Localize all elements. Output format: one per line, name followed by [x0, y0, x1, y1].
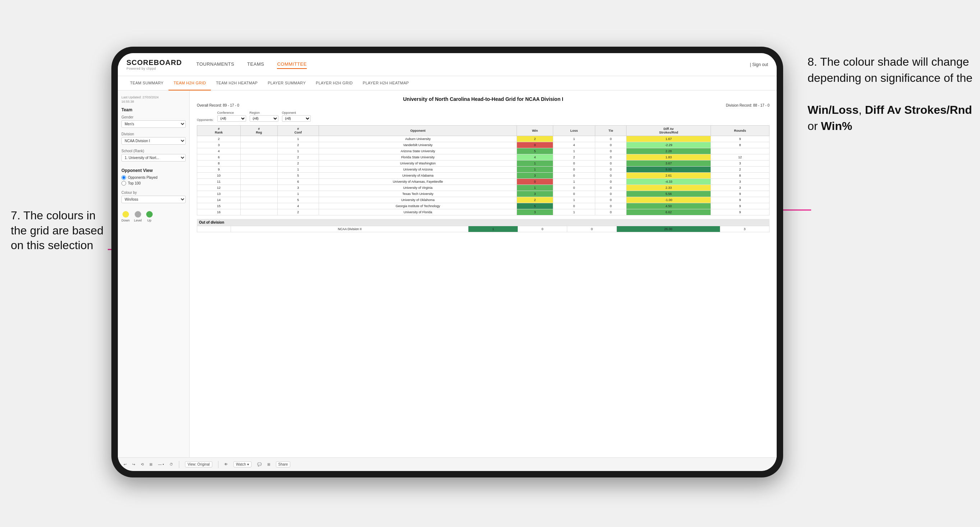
col-opponent: Opponent: [319, 125, 517, 136]
ood-tie: 0: [567, 226, 616, 232]
cell-win: 3: [517, 209, 553, 215]
col-diff: Diff AvStrokes/Rnd: [627, 125, 711, 136]
cell-conf: 2: [277, 209, 319, 215]
tab-player-summary[interactable]: PLAYER SUMMARY: [262, 76, 311, 90]
app-header: SCOREBOARD Powered by clippd TOURNAMENTS…: [118, 53, 777, 76]
cell-opponent: Texas Tech University: [319, 191, 517, 197]
col-reg: #Reg: [240, 125, 277, 136]
sign-out[interactable]: | Sign out: [750, 62, 768, 67]
table-row: 14 5 University of Oklahoma 2 1 0 -1.00 …: [197, 197, 770, 203]
cell-diff: 4.50: [627, 203, 711, 209]
gender-select[interactable]: Men's: [121, 120, 186, 128]
ood-division: NCAA Division II: [231, 226, 468, 232]
table-row: 8 2 University of Washington 1 0 0 3.67 …: [197, 160, 770, 167]
tab-team-h2h-heatmap[interactable]: TEAM H2H HEATMAP: [211, 76, 262, 90]
toolbar-grid-icon[interactable]: ⊞: [267, 462, 270, 466]
nav-teams[interactable]: TEAMS: [247, 60, 264, 69]
toolbar-comment-icon[interactable]: 💬: [257, 462, 261, 466]
colour-by-select[interactable]: Win/loss Diff Av Strokes/Rnd Win%: [121, 196, 186, 203]
cell-loss: 0: [553, 185, 595, 191]
cell-diff: 1.67: [627, 136, 711, 142]
radio-top-100[interactable]: Top 100: [121, 181, 186, 186]
cell-opponent: Vanderbilt University: [319, 142, 517, 148]
cell-rank: 2: [197, 136, 241, 142]
view-original-button[interactable]: View: Original: [185, 461, 212, 467]
col-loss: Loss: [553, 125, 595, 136]
opponent-filter-select[interactable]: (All): [282, 115, 311, 122]
cell-win: 3: [517, 173, 553, 179]
cell-diff: 3.67: [627, 160, 711, 167]
division-select[interactable]: NCAA Division I: [121, 137, 186, 144]
opponent-view-radio-group: Opponents Played Top 100: [121, 175, 186, 186]
toolbar-undo-icon[interactable]: ↩: [124, 462, 126, 466]
cell-tie: 0: [595, 142, 627, 148]
sidebar: Last Updated: 27/03/2024 16:55:38 Team G…: [118, 90, 190, 457]
gender-label: Gender: [121, 115, 186, 119]
tab-team-h2h-grid[interactable]: TEAM H2H GRID: [169, 76, 211, 90]
cell-rank: 16: [197, 209, 241, 215]
cell-diff: 2.28: [627, 148, 711, 154]
cell-rounds: 9: [711, 209, 769, 215]
cell-opponent: Florida State University: [319, 154, 517, 160]
grid-title: University of North Carolina Head-to-Hea…: [197, 96, 770, 102]
bottom-toolbar: ↩ ↪ ⟲ ⊞ — • ⏱ View: Original 👁 Watch ▾ 💬…: [118, 457, 777, 471]
toolbar-dash-icon[interactable]: — •: [158, 462, 164, 466]
logo-text: SCOREBOARD: [126, 59, 182, 67]
annotation-left: 7. The colours in the grid are based on …: [11, 208, 104, 253]
cell-win: 2: [517, 197, 553, 203]
annotation-bold-winpct: Win%: [821, 119, 852, 132]
cell-conf: 1: [277, 136, 319, 142]
annotation-right: 8. The colour shade will change dependin…: [808, 54, 973, 134]
radio-opponents-played[interactable]: Opponents Played: [121, 175, 186, 180]
toolbar-crop-icon[interactable]: ⊞: [150, 462, 152, 466]
cell-rounds: [711, 148, 769, 154]
opponent-view-title: Opponent View: [121, 168, 186, 173]
table-row: 13 1 Texas Tech University 3 0 0 5.56 9: [197, 191, 770, 197]
ood-label: [197, 226, 231, 232]
legend-down: Down: [121, 211, 130, 222]
nav-tournaments[interactable]: TOURNAMENTS: [196, 60, 234, 69]
grid-records: Overall Record: 89 - 17 - 0 Division Rec…: [197, 103, 770, 107]
col-win: Win: [517, 125, 553, 136]
cell-diff: 6.62: [627, 209, 711, 215]
col-rounds: Rounds: [711, 125, 769, 136]
cell-rounds: 9: [711, 191, 769, 197]
table-row: 16 2 University of Florida 3 1 0 6.62 9: [197, 209, 770, 215]
nav-committee[interactable]: COMMITTEE: [277, 60, 307, 69]
cell-win: 1: [517, 160, 553, 167]
cell-tie: 0: [595, 167, 627, 173]
toolbar-clock-icon[interactable]: ⏱: [170, 462, 173, 466]
conference-filter-select[interactable]: (All): [217, 115, 246, 122]
share-button[interactable]: Share: [276, 461, 291, 467]
cell-win: 4: [517, 154, 553, 160]
tablet-screen: SCOREBOARD Powered by clippd TOURNAMENTS…: [118, 53, 777, 471]
toolbar-history-icon[interactable]: ⟲: [141, 462, 144, 466]
watch-button[interactable]: Watch ▾: [234, 461, 251, 467]
tab-player-h2h-heatmap[interactable]: PLAYER H2H HEATMAP: [358, 76, 414, 90]
cell-rank: 3: [197, 142, 241, 148]
toolbar-redo-icon[interactable]: ↪: [132, 462, 135, 466]
cell-tie: 0: [595, 173, 627, 179]
cell-win: 5: [517, 203, 553, 209]
cell-conf: 3: [277, 185, 319, 191]
cell-rounds: 9: [711, 136, 769, 142]
cell-rank: 4: [197, 148, 241, 154]
last-updated: Last Updated: 27/03/2024 16:55:38: [121, 95, 186, 104]
cell-rounds: 9: [711, 203, 769, 209]
cell-loss: 4: [553, 142, 595, 148]
cell-loss: 1: [553, 179, 595, 185]
table-row: 3 2 Vanderbilt University 0 4 0 -2.29 8: [197, 142, 770, 148]
cell-win: 1: [517, 185, 553, 191]
cell-loss: 0: [553, 191, 595, 197]
cell-loss: 0: [553, 173, 595, 179]
cell-opponent: University of Oklahoma: [319, 197, 517, 203]
school-select[interactable]: 1. University of Nort...: [121, 154, 186, 162]
tab-player-h2h-grid[interactable]: PLAYER H2H GRID: [311, 76, 358, 90]
cell-tie: 0: [595, 154, 627, 160]
region-filter-select[interactable]: (All): [250, 115, 278, 122]
tab-team-summary[interactable]: TEAM SUMMARY: [125, 76, 169, 90]
cell-reg: [240, 148, 277, 154]
cell-conf: 6: [277, 179, 319, 185]
legend-up-dot: [146, 211, 153, 217]
legend-up: Up: [146, 211, 153, 222]
